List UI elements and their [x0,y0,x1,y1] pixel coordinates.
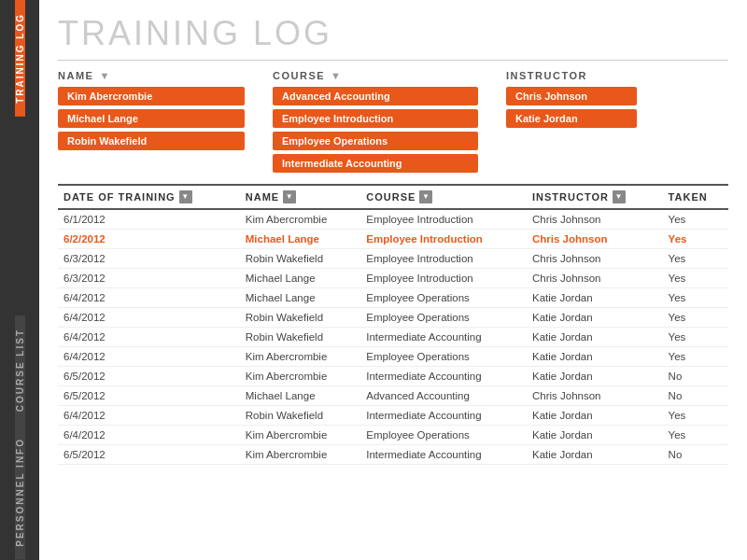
cell-course: Employee Introduction [360,269,527,288]
instructor-filter-label: INSTRUCTOR [506,70,587,81]
cell-name: Kim Abercrombie [240,209,361,230]
cell-instructor: Chris Johnson [527,269,663,288]
sidebar-tab-training-log[interactable]: TRAINING LOG [15,0,25,117]
sort-icon[interactable]: ▼ [179,190,192,203]
col-header-taken: TAKEN [663,185,728,209]
cell-instructor: Katie Jordan [527,308,663,328]
table-row: 6/4/2012Kim AbercrombieEmployee Operatio… [58,347,728,367]
cell-instructor: Chris Johnson [527,230,663,249]
cell-instructor: Katie Jordan [527,445,663,465]
cell-taken: Yes [663,209,728,230]
col-header-name[interactable]: NAME ▼ [240,185,361,209]
cell-name: Kim Abercrombie [240,445,361,465]
table-row: 6/4/2012Kim AbercrombieEmployee Operatio… [58,426,728,445]
name-filter-col: NAME ▼ Kim AbercrombieMichael LangeRobin… [58,70,245,173]
cell-date: 6/4/2012 [58,328,240,347]
cell-instructor: Chris Johnson [527,386,663,406]
cell-name: Kim Abercrombie [240,347,361,367]
cell-taken: Yes [663,328,728,347]
name-filter-label: NAME [58,70,93,81]
cell-name: Robin Wakefield [240,308,361,328]
cell-date: 6/4/2012 [58,347,240,367]
cell-taken: Yes [663,269,728,288]
course-chip[interactable]: Employee Operations [273,132,478,150]
col-header-date-of-training[interactable]: DATE OF TRAINING ▼ [58,185,240,209]
cell-instructor: Katie Jordan [527,406,663,426]
table-wrap: DATE OF TRAINING ▼NAME ▼COURSE ▼INSTRUCT… [58,184,728,551]
course-chip[interactable]: Intermediate Accounting [273,154,478,173]
cell-instructor: Chris Johnson [527,249,663,269]
sort-icon[interactable]: ▼ [613,190,626,203]
main-content: TRAINING LOG NAME ▼ Kim AbercrombieMicha… [39,0,747,560]
cell-name: Robin Wakefield [240,406,361,426]
cell-course: Employee Operations [360,308,527,328]
name-chip[interactable]: Michael Lange [58,109,245,128]
table-row: 6/3/2012Michael LangeEmployee Introducti… [58,269,728,288]
cell-date: 6/4/2012 [58,308,240,328]
sort-icon[interactable]: ▼ [283,190,296,203]
cell-course: Employee Introduction [360,209,527,230]
course-chip[interactable]: Advanced Accounting [273,87,478,105]
cell-instructor: Chris Johnson [527,209,663,230]
name-chips: Kim AbercrombieMichael LangeRobin Wakefi… [58,87,245,150]
table-row: 6/5/2012Kim AbercrombieIntermediate Acco… [58,367,728,386]
cell-date: 6/2/2012 [58,230,240,249]
cell-taken: No [663,445,728,465]
name-chip[interactable]: Kim Abercrombie [58,87,245,105]
cell-course: Employee Introduction [360,249,527,269]
cell-name: Kim Abercrombie [240,426,361,445]
table-row: 6/4/2012Robin WakefieldIntermediate Acco… [58,406,728,426]
course-chip[interactable]: Employee Introduction [273,109,478,128]
cell-name: Robin Wakefield [240,249,361,269]
cell-taken: Yes [663,406,728,426]
sidebar-tab-course-list[interactable]: COURSE LIST [15,315,25,425]
instructor-chip[interactable]: Chris Johnson [506,87,637,105]
course-filter-header: COURSE ▼ [273,70,478,81]
cell-taken: No [663,386,728,406]
cell-name: Michael Lange [240,269,361,288]
cell-course: Advanced Accounting [360,386,527,406]
cell-course: Intermediate Accounting [360,367,527,386]
cell-name: Kim Abercrombie [240,367,361,386]
col-header-instructor[interactable]: INSTRUCTOR ▼ [527,185,663,209]
cell-name: Michael Lange [240,230,361,249]
cell-taken: Yes [663,347,728,367]
cell-instructor: Katie Jordan [527,347,663,367]
cell-date: 6/4/2012 [58,406,240,426]
cell-instructor: Katie Jordan [527,328,663,347]
training-table: DATE OF TRAINING ▼NAME ▼COURSE ▼INSTRUCT… [58,184,728,465]
cell-taken: No [663,367,728,386]
cell-name: Michael Lange [240,288,361,308]
course-filter-icon[interactable]: ▼ [331,70,341,81]
table-row: 6/4/2012Robin WakefieldEmployee Operatio… [58,308,728,328]
course-filter-label: COURSE [273,70,325,81]
table-row: 6/4/2012Robin WakefieldIntermediate Acco… [58,328,728,347]
table-row: 6/3/2012Robin WakefieldEmployee Introduc… [58,249,728,269]
name-filter-header: NAME ▼ [58,70,245,81]
cell-date: 6/4/2012 [58,426,240,445]
sort-icon[interactable]: ▼ [419,190,432,203]
cell-instructor: Katie Jordan [527,426,663,445]
cell-date: 6/3/2012 [58,269,240,288]
cell-taken: Yes [663,308,728,328]
filter-section: NAME ▼ Kim AbercrombieMichael LangeRobin… [58,70,728,173]
cell-course: Employee Operations [360,288,527,308]
cell-course: Employee Operations [360,347,527,367]
col-header-course[interactable]: COURSE ▼ [360,185,527,209]
cell-taken: Yes [663,230,728,249]
cell-course: Intermediate Accounting [360,328,527,347]
cell-date: 6/3/2012 [58,249,240,269]
instructor-filter-header: INSTRUCTOR [506,70,637,81]
cell-date: 6/5/2012 [58,367,240,386]
cell-date: 6/5/2012 [58,445,240,465]
name-filter-icon[interactable]: ▼ [99,70,109,81]
instructor-chip[interactable]: Katie Jordan [506,109,637,128]
table-row: 6/5/2012Kim AbercrombieIntermediate Acco… [58,445,728,465]
cell-course: Employee Introduction [360,230,527,249]
sidebar-tab-personnel-info[interactable]: PERSONNEL INFO [15,425,25,560]
instructor-chips: Chris JohnsonKatie Jordan [506,87,637,128]
table-row: 6/2/2012Michael LangeEmployee Introducti… [58,230,728,249]
name-chip[interactable]: Robin Wakefield [58,132,245,150]
cell-date: 6/4/2012 [58,288,240,308]
cell-date: 6/1/2012 [58,209,240,230]
